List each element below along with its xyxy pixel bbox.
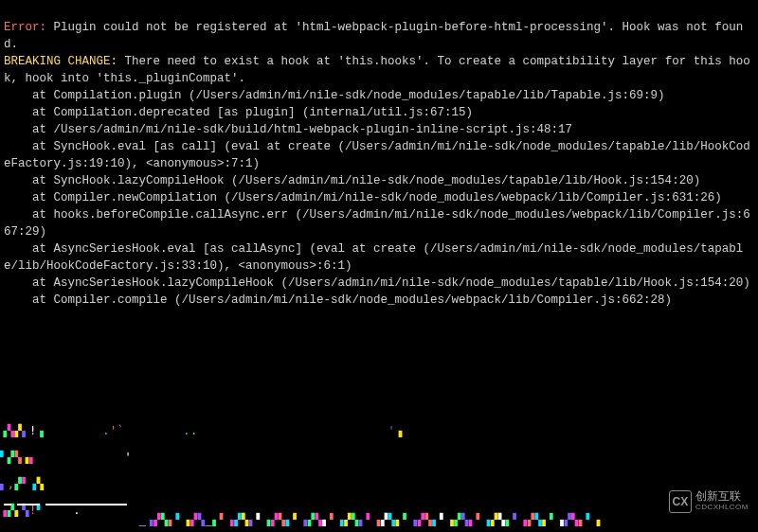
watermark-logo-icon: CX [669,490,692,513]
stack-line: at hooks.beforeCompile.callAsync.err (/U… [4,208,750,239]
watermark-brand: 创新互联 [695,490,749,502]
stack-line: at Compilation.deprecated [as plugin] (i… [4,106,473,119]
terminal-output: Error: Plugin could not be registered at… [4,2,754,309]
stack-line: at Compiler.compile (/Users/admin/mi/nil… [4,293,672,307]
error-label: Error: [4,21,46,34]
compression-artifact-region: ▗▚▞▖!▗.........'`.......................… [0,422,758,532]
stack-line: at /Users/admin/mi/nile-sdk/build/html-w… [4,123,572,136]
breaking-change-label: BREAKING CHANGE: [4,55,117,68]
error-message: Plugin could not be registered at 'html-… [4,21,743,51]
stack-line: at Compilation.plugin (/Users/admin/mi/n… [4,89,665,102]
stack-line: at AsyncSeriesHook.eval [as callAsync] (… [4,242,743,273]
stack-line: at SyncHook.eval [as call] (eval at crea… [4,140,750,170]
stack-line: at AsyncSeriesHook.lazyCompileHook (/Use… [4,276,750,290]
stack-line: at SyncHook.lazyCompileHook (/Users/admi… [4,174,700,187]
watermark-domain: CDCXHLCOM [695,502,749,513]
watermark: CX 创新互联 CDCXHLCOM [665,488,752,515]
stack-line: at Compiler.newCompilation (/Users/admin… [4,191,722,204]
